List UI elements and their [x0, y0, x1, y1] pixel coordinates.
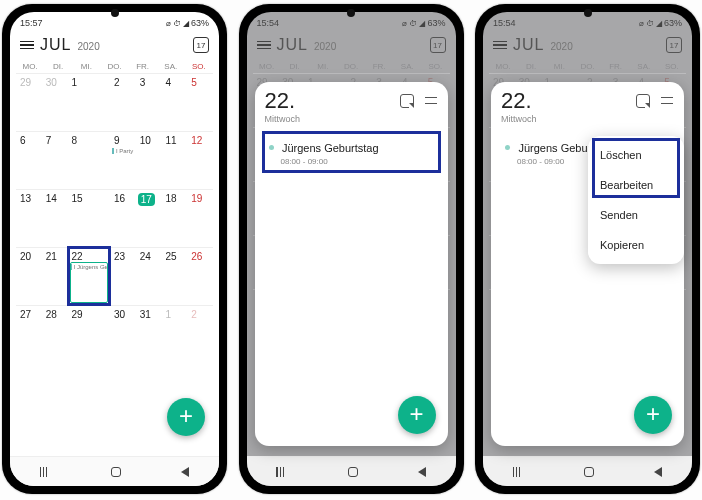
day-cell[interactable]: 26 [187, 247, 213, 305]
view-options-icon[interactable] [660, 94, 674, 108]
view-options-icon[interactable] [424, 94, 438, 108]
day-cell[interactable]: 22I Jürgens Ge [68, 247, 110, 305]
day-cell[interactable]: 10 [136, 131, 162, 189]
add-event-fab[interactable]: + [634, 396, 672, 434]
day-number: 29 [18, 77, 40, 88]
menu-icon[interactable] [20, 41, 34, 50]
weekday-row: MO.DI.MI.DO.FR.SA.SO. [247, 60, 456, 73]
event-color-dot [269, 145, 274, 150]
panel-date: 22. [265, 90, 301, 112]
day-cell[interactable]: 7 [42, 131, 68, 189]
day-cell[interactable]: 28 [42, 305, 68, 363]
day-cell[interactable]: 27 [16, 305, 42, 363]
ctx-delete[interactable]: Löschen [588, 140, 684, 170]
day-cell[interactable]: 14 [42, 189, 68, 247]
weekday-label: MO. [489, 60, 517, 73]
status-time: 15:57 [20, 18, 43, 28]
day-cell[interactable]: 16 [110, 189, 136, 247]
day-cell[interactable]: 9I Party [110, 131, 136, 189]
day-number: 18 [163, 193, 185, 204]
day-cell[interactable]: 25 [161, 247, 187, 305]
day-number: 14 [44, 193, 66, 204]
weekday-label: MI. [72, 60, 100, 73]
month-grid[interactable]: 2930123456789I Party10111213141516171819… [10, 73, 219, 363]
day-cell[interactable]: 20 [16, 247, 42, 305]
day-cell[interactable]: 29 [68, 305, 110, 363]
day-cell[interactable]: 2 [110, 73, 136, 131]
weekday-label: SA. [157, 60, 185, 73]
day-cell[interactable]: 3 [136, 73, 162, 131]
today-icon[interactable]: 17 [193, 37, 209, 53]
weekday-label: FR. [129, 60, 157, 73]
day-cell[interactable]: 4 [161, 73, 187, 131]
weekday-label: FR. [365, 60, 393, 73]
weekday-label: DI. [44, 60, 72, 73]
nav-recent-icon[interactable] [40, 467, 52, 477]
day-cell[interactable]: 6 [16, 131, 42, 189]
day-panel: 22. Mittwoch Jürgens Geburtstag 08:00 - … [491, 82, 684, 446]
day-cell[interactable]: 24 [136, 247, 162, 305]
front-camera [347, 9, 355, 17]
nav-recent-icon[interactable] [513, 467, 525, 477]
day-cell[interactable]: 23 [110, 247, 136, 305]
day-cell[interactable]: 18 [161, 189, 187, 247]
weekday-label: MI. [545, 60, 573, 73]
ctx-edit[interactable]: Bearbeiten [588, 170, 684, 200]
today-icon[interactable]: 17 [430, 37, 446, 53]
note-icon[interactable] [636, 94, 650, 108]
day-cell[interactable]: 5 [187, 73, 213, 131]
weekday-label: DI. [517, 60, 545, 73]
day-number: 9 [112, 135, 134, 146]
event-item[interactable]: Jürgens Geburtstag 08:00 - 09:00 [265, 134, 438, 170]
day-number: 3 [138, 77, 160, 88]
context-menu: Löschen Bearbeiten Senden Kopieren [588, 136, 684, 264]
day-cell[interactable]: 21 [42, 247, 68, 305]
status-time: 15:54 [257, 18, 280, 28]
status-icons: ⌀ ⏱ ◢ [402, 19, 425, 28]
day-cell[interactable]: 15 [68, 189, 110, 247]
day-cell[interactable]: 19 [187, 189, 213, 247]
weekday-row: MO.DI.MI.DO.FR.SA.SO. [10, 60, 219, 73]
day-cell[interactable]: 13 [16, 189, 42, 247]
event-time: 08:00 - 09:00 [281, 157, 434, 166]
android-navbar [10, 456, 219, 486]
day-number: 11 [163, 135, 185, 146]
day-cell[interactable]: 1 [161, 305, 187, 363]
day-cell[interactable]: 8 [68, 131, 110, 189]
weekday-label: MO. [253, 60, 281, 73]
day-number: 15 [70, 193, 108, 204]
day-cell[interactable]: 29 [16, 73, 42, 131]
calendar-header: JUL 2020 17 [483, 32, 692, 60]
day-cell[interactable]: 11 [161, 131, 187, 189]
event-chip: I Jürgens Ge [70, 264, 108, 270]
nav-back-icon[interactable] [418, 467, 426, 477]
nav-back-icon[interactable] [654, 467, 662, 477]
nav-back-icon[interactable] [181, 467, 189, 477]
menu-icon[interactable] [493, 41, 507, 50]
header-month[interactable]: JUL [40, 36, 71, 54]
day-cell[interactable]: 12 [187, 131, 213, 189]
day-cell[interactable]: 31 [136, 305, 162, 363]
nav-home-icon[interactable] [111, 467, 121, 477]
nav-home-icon[interactable] [348, 467, 358, 477]
weekday-label: SO. [658, 60, 686, 73]
day-number: 6 [18, 135, 40, 146]
header-year: 2020 [77, 41, 99, 52]
add-event-fab[interactable]: + [398, 396, 436, 434]
status-battery: 63% [427, 18, 445, 28]
nav-recent-icon[interactable] [276, 467, 288, 477]
add-event-fab[interactable]: + [167, 398, 205, 436]
day-number: 23 [112, 251, 134, 262]
ctx-send[interactable]: Senden [588, 200, 684, 230]
day-cell[interactable]: 2 [187, 305, 213, 363]
note-icon[interactable] [400, 94, 414, 108]
nav-home-icon[interactable] [584, 467, 594, 477]
day-cell[interactable]: 1 [68, 73, 110, 131]
menu-icon[interactable] [257, 41, 271, 50]
day-cell[interactable]: 30 [110, 305, 136, 363]
day-cell[interactable]: 17 [136, 189, 162, 247]
today-icon[interactable]: 17 [666, 37, 682, 53]
day-cell[interactable]: 30 [42, 73, 68, 131]
ctx-copy[interactable]: Kopieren [588, 230, 684, 260]
day-number: 2 [189, 309, 211, 320]
